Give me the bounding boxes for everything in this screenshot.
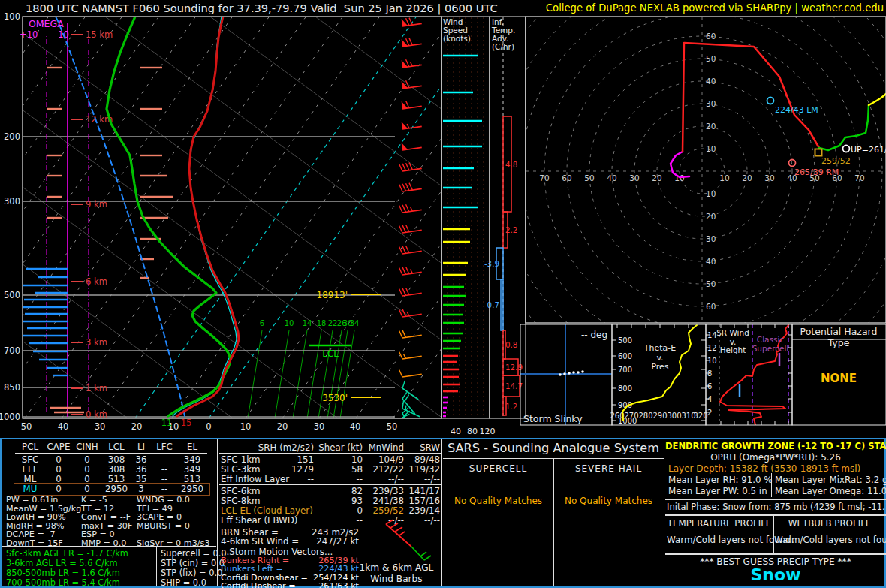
svg-text:3530': 3530' [322, 393, 348, 403]
lapse-rate-item: Sfc-3km AGL LR = -1.7 C/km [6, 548, 128, 559]
svg-text:20: 20 [706, 212, 716, 221]
barb-caption-line1: 1km & 6km AGL [348, 562, 445, 573]
kin-cell: 119/32 [405, 464, 440, 475]
barb-caption-line2: Wind Barbs [348, 574, 445, 584]
svg-text:200: 200 [4, 131, 20, 142]
kin-cell: 93 [315, 496, 363, 506]
pcl-cell: LI [131, 442, 152, 452]
svg-text:20: 20 [277, 421, 288, 432]
dgz-mean-omega: Mean Layer Omega: 11.0 ub/s [775, 486, 886, 496]
kin-row-label: SFC-6km [221, 486, 261, 496]
kin-cell: MnWind [364, 442, 404, 453]
wind-speed-panel-title: Wind Speed (knots) [443, 18, 487, 43]
svg-text:40: 40 [706, 257, 716, 266]
kin-cell: SRH (m2/s2) [249, 442, 314, 453]
composite-index-item: Supercell = 0.0 [161, 548, 227, 559]
pcl-cell: -- [152, 464, 177, 475]
kin-extra-value: 247/27 kt [291, 536, 359, 547]
svg-text:50: 50 [584, 173, 594, 182]
kin-cell: 239/14 [405, 505, 440, 516]
kin-cell: 241/38 [364, 496, 404, 506]
svg-text:265/39 RM: 265/39 RM [794, 167, 839, 177]
svg-text:20: 20 [706, 122, 716, 131]
svg-text:10: 10 [285, 319, 294, 327]
dgz-oprh: OPRH (Omega*PW*RH): 5.26 [665, 452, 886, 463]
thetae-panel: 5006007008009001000260270280290300310320 [610, 324, 707, 425]
thermo-item: MBURST = 0 [137, 521, 216, 531]
svg-text:850: 850 [4, 382, 20, 393]
svg-text:100: 100 [4, 11, 20, 22]
divider [664, 439, 664, 586]
sars-supercell-header: SUPERCELL [443, 463, 553, 474]
dgz-wetbulb-profile-header: WETBULB PROFILE [773, 518, 886, 529]
kin-cell: 259/52 [364, 505, 404, 516]
svg-text:700: 700 [618, 366, 632, 374]
kin-cell: 1279 [249, 464, 314, 475]
temp-adv-panel-title: Inf. Temp. Adv. (C/hr) [492, 18, 525, 51]
svg-text:20: 20 [652, 173, 661, 182]
pcl-cell: CAPE [45, 442, 72, 452]
svg-text:50: 50 [706, 54, 716, 63]
svg-text:15: 15 [181, 418, 192, 428]
svg-text:280: 280 [638, 412, 652, 420]
svg-text:50: 50 [387, 421, 398, 432]
dgz-mean-pw: Mean Layer PW: 0.5 in [668, 486, 767, 496]
svg-text:30: 30 [706, 234, 716, 243]
pcl-cell: 36 [131, 464, 152, 475]
pcl-cell: 36 [131, 454, 152, 465]
svg-text:270: 270 [624, 412, 638, 420]
svg-text:120: 120 [480, 427, 496, 436]
svg-text:500: 500 [618, 336, 632, 345]
pcl-cell: 0 [45, 454, 72, 465]
dgz-initial-phase: Inital Phase: Snow from: 875 mb (4239 ft… [667, 502, 886, 512]
dgz-mean-mixrat: Mean Layer MixRat: 3.2 g/kg [775, 475, 886, 485]
pcl-cell: CINH [72, 442, 102, 452]
kin-cell: 212/22 [364, 464, 404, 475]
kin-cell: --/-- [405, 474, 440, 484]
pcl-cell: -- [152, 454, 177, 465]
svg-text:10: 10 [719, 173, 729, 182]
svg-text:300: 300 [4, 196, 20, 207]
svg-text:60: 60 [706, 32, 716, 41]
svg-text:30: 30 [629, 173, 639, 182]
svg-text:800: 800 [618, 384, 632, 393]
kin-cell: 58 [315, 464, 363, 475]
svg-text:14: 14 [303, 319, 312, 327]
svg-text:22: 22 [328, 319, 338, 327]
slinky-deg-label: -- deg [559, 330, 607, 340]
pcl-cell: 308 [102, 464, 131, 475]
svg-text:-3.9: -3.9 [484, 259, 499, 268]
omega-minus-label: -10 [55, 29, 69, 40]
svg-text:4.8: 4.8 [505, 160, 517, 169]
svg-text:600: 600 [618, 352, 632, 360]
kin-cell: -- [249, 474, 314, 484]
kin-cell: SRW [405, 442, 440, 453]
svg-text:UP=261/6: UP=261/6 [851, 145, 886, 155]
kin-cell: 239/33 [364, 486, 404, 496]
svg-text:70: 70 [854, 173, 864, 182]
svg-text:290: 290 [652, 412, 667, 420]
svg-text:80: 80 [467, 427, 478, 436]
lapse-rate-item: 3-6km AGL LR = 5.6 C/km [6, 558, 118, 568]
svg-text:30: 30 [314, 421, 325, 432]
svg-text:70: 70 [539, 173, 549, 182]
svg-text:30: 30 [706, 99, 716, 108]
kin-cell: 89/48 [405, 454, 440, 465]
sounding-plot: 61014182226303415 km12 km9 km6 km3 km1 k… [0, 0, 886, 439]
composite-index-item: SHIP = 0.0 [161, 577, 206, 588]
lapse-rate-item: 700-500mb LR = 5.4 C/km [6, 577, 120, 588]
dgz-temp-profile-header: TEMPERATURE PROFILE [665, 518, 773, 529]
kin-cell: -- [315, 474, 363, 484]
sars-hail-status: No Quality Matches [553, 496, 664, 506]
kin-extra-label: 4-6km SR Wind = [221, 536, 299, 547]
svg-text:-40: -40 [55, 421, 69, 432]
svg-text:-50: -50 [18, 421, 32, 432]
svg-text:LCL: LCL [322, 348, 339, 359]
svg-text:18: 18 [317, 319, 327, 327]
svg-text:9 km: 9 km [86, 199, 107, 210]
svg-text:18913': 18913' [317, 290, 348, 300]
svg-text:40: 40 [451, 427, 461, 436]
omega-plus-label: +10 [20, 29, 38, 40]
svg-text:40: 40 [607, 173, 616, 182]
svg-text:20: 20 [742, 173, 752, 182]
